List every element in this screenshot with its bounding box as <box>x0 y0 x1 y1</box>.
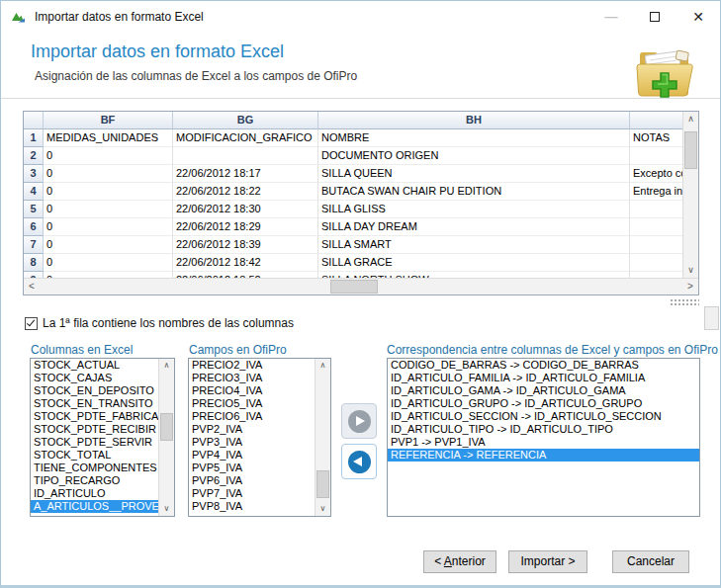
grid-row[interactable]: 7022/06/2012 18:39SILLA SMART <box>24 236 682 254</box>
scroll-up-icon[interactable]: ∧ <box>159 359 174 373</box>
list-item[interactable]: PVP7_IVA <box>189 487 315 500</box>
list-item[interactable]: PRECIO5_IVA <box>189 397 315 410</box>
ofipro-fields-scrollbar[interactable]: ∧ ∨ <box>315 359 330 516</box>
list-item[interactable]: STOCK_EN_TRANSITO <box>31 397 158 410</box>
row-number[interactable]: 6 <box>24 218 44 236</box>
column-header[interactable]: BF <box>44 112 173 129</box>
grid-row[interactable]: 3022/06/2012 18:17SILLA QUEENExcepto co <box>24 165 682 183</box>
list-item[interactable]: A_ARTICULOS__PROVEED <box>31 500 158 513</box>
list-item[interactable]: TIENE_COMPONENTES <box>31 462 158 474</box>
list-item[interactable]: PVP2_IVA <box>189 423 315 436</box>
cancel-button[interactable]: Cancelar <box>612 550 689 573</box>
list-item[interactable]: TIPO_RECARGO <box>31 474 158 487</box>
grid-cell[interactable]: 0 <box>44 236 173 254</box>
maximize-button[interactable] <box>633 1 676 32</box>
column-header[interactable]: BH <box>318 112 630 129</box>
list-item[interactable]: STOCK_PDTE_SERVIR <box>31 436 158 449</box>
list-item[interactable]: PRECIO2_IVA <box>189 359 315 372</box>
list-item[interactable]: PVP3_IVA <box>189 436 315 449</box>
list-item[interactable]: STOCK_TOTAL <box>31 449 158 462</box>
scroll-right-icon[interactable]: > <box>682 279 698 294</box>
grid-row[interactable]: 6022/06/2012 18:29SILLA DAY DREAM <box>24 218 682 236</box>
list-item[interactable]: STOCK_PDTE_FABRICAR <box>31 410 158 423</box>
list-item[interactable]: ID_ARTICULO_GRUPO -> ID_ARTICULO_GRUPO <box>388 397 699 410</box>
scroll-up-icon[interactable]: ∧ <box>683 112 698 126</box>
grid-cell[interactable]: 22/06/2012 18:30 <box>173 201 318 218</box>
list-item[interactable]: ID_ARTICULO <box>31 487 158 500</box>
grid-cell[interactable]: SILLA DAY DREAM <box>318 218 630 236</box>
grid-cell[interactable] <box>630 218 682 236</box>
column-header[interactable] <box>630 112 682 129</box>
grid-cell[interactable]: 0 <box>44 147 173 165</box>
list-item[interactable]: PVP4_IVA <box>189 449 315 462</box>
row-number[interactable]: 4 <box>24 183 44 201</box>
list-item[interactable]: ID_ARTICULO_GAMA -> ID_ARTICULO_GAMA <box>388 384 699 397</box>
ofipro-fields-list[interactable]: ∧ ∨ PRECIO2_IVAPRECIO3_IVAPRECIO4_IVAPRE… <box>188 358 331 517</box>
scroll-left-icon[interactable]: < <box>24 279 40 294</box>
list-item[interactable]: STOCK_EN_DEPOSITO <box>31 384 158 397</box>
grid-cell[interactable]: SILLA SMART <box>318 236 630 254</box>
grid-cell[interactable]: SILLA GLISS <box>318 201 630 218</box>
list-item[interactable]: REFERENCIA -> REFERENCIA <box>388 449 699 462</box>
minimize-button[interactable]: — <box>589 1 633 32</box>
grid-horizontal-scrollbar[interactable]: < > <box>24 278 698 294</box>
list-item[interactable]: ID_ARTICULO_SECCION -> ID_ARTICULO_SECCI… <box>388 410 699 423</box>
list-item[interactable]: PVP6_IVA <box>189 474 315 487</box>
grid-cell[interactable]: MEDIDAS_UNIDADES <box>44 129 173 147</box>
scroll-thumb[interactable] <box>316 470 329 498</box>
grid-cell[interactable]: Excepto co <box>630 165 682 183</box>
grid-cell[interactable]: 22/06/2012 18:42 <box>173 254 318 272</box>
row-number[interactable]: 2 <box>24 147 44 165</box>
grid-cell[interactable] <box>630 147 682 165</box>
excel-columns-list[interactable]: ∧ ∨ STOCK_ACTUALSTOCK_CAJASSTOCK_EN_DEPO… <box>30 358 175 517</box>
grid-cell[interactable] <box>630 201 682 218</box>
grid-cell[interactable]: 22/06/2012 18:17 <box>173 165 318 183</box>
grid-cell[interactable]: NOMBRE <box>318 129 630 147</box>
grid-cell[interactable]: 0 <box>44 201 173 218</box>
scroll-down-icon[interactable]: ∨ <box>683 263 698 278</box>
scroll-down-icon[interactable]: ∨ <box>159 502 174 516</box>
grid-cell[interactable]: DOCUMENTO ORIGEN <box>318 147 630 165</box>
row-number[interactable]: 7 <box>24 236 44 254</box>
grid-cell[interactable]: 22/06/2012 18:39 <box>173 236 318 254</box>
list-item[interactable]: PVP5_IVA <box>189 462 315 474</box>
list-item[interactable]: STOCK_PDTE_RECIBIR <box>31 423 158 436</box>
grid-cell[interactable]: SILLA QUEEN <box>318 165 630 183</box>
grid-cell[interactable]: Entrega in <box>630 183 682 201</box>
grid-cell[interactable]: BUTACA SWAN CHAIR PU EDITION <box>318 183 630 201</box>
grid-row[interactable]: 5022/06/2012 18:30SILLA GLISS <box>24 201 682 218</box>
panel-scrollbar-sliver[interactable] <box>704 306 719 330</box>
row-number[interactable]: 8 <box>24 254 44 272</box>
grid-cell[interactable]: SILLA GRACE <box>318 254 630 272</box>
grid-cell[interactable]: 0 <box>44 254 173 272</box>
list-item[interactable]: CODIGO_DE_BARRAS -> CODIGO_DE_BARRAS <box>388 359 699 372</box>
list-item[interactable]: PVP8_IVA <box>189 500 315 513</box>
grid-row[interactable]: 20DOCUMENTO ORIGEN <box>24 147 682 165</box>
vertical-scroll-thumb[interactable] <box>684 131 697 169</box>
scroll-up-icon[interactable]: ∧ <box>315 359 330 373</box>
list-item[interactable]: STOCK_ACTUAL <box>31 359 158 372</box>
row-number[interactable]: 5 <box>24 201 44 218</box>
grid-resize-grip[interactable] <box>670 298 699 306</box>
horizontal-scroll-thumb[interactable] <box>330 280 378 294</box>
first-row-names-checkbox[interactable]: La 1ª fila contiene los nombres de las c… <box>25 316 294 330</box>
grid-corner-cell[interactable] <box>24 112 44 129</box>
grid-cell[interactable]: MODIFICACION_GRAFICO <box>173 129 318 147</box>
scroll-down-icon[interactable]: ∨ <box>315 502 330 516</box>
row-number[interactable]: 3 <box>24 165 44 183</box>
grid-cell[interactable] <box>630 236 682 254</box>
checkbox-box[interactable] <box>25 317 38 330</box>
list-item[interactable]: PRECIO3_IVA <box>189 372 315 384</box>
grid-cell[interactable]: 0 <box>44 165 173 183</box>
list-item[interactable]: STOCK_CAJAS <box>31 372 158 384</box>
remove-mapping-button[interactable] <box>341 444 377 479</box>
grid-cell[interactable] <box>630 254 682 272</box>
list-item[interactable]: PRECIO6_IVA <box>189 410 315 423</box>
scroll-thumb[interactable] <box>160 413 173 441</box>
grid-cell[interactable]: 22/06/2012 18:29 <box>173 218 318 236</box>
list-item[interactable]: ID_ARTICULO_TIPO -> ID_ARTICULO_TIPO <box>388 423 699 436</box>
previous-button[interactable]: < Anterior <box>423 550 496 573</box>
grid-row[interactable]: 4022/06/2012 18:22BUTACA SWAN CHAIR PU E… <box>24 183 682 201</box>
list-item[interactable]: ID_ARTICULO_FAMILIA -> ID_ARTICULO_FAMIL… <box>388 372 699 384</box>
list-item[interactable]: PVP1 -> PVP1_IVA <box>388 436 699 449</box>
